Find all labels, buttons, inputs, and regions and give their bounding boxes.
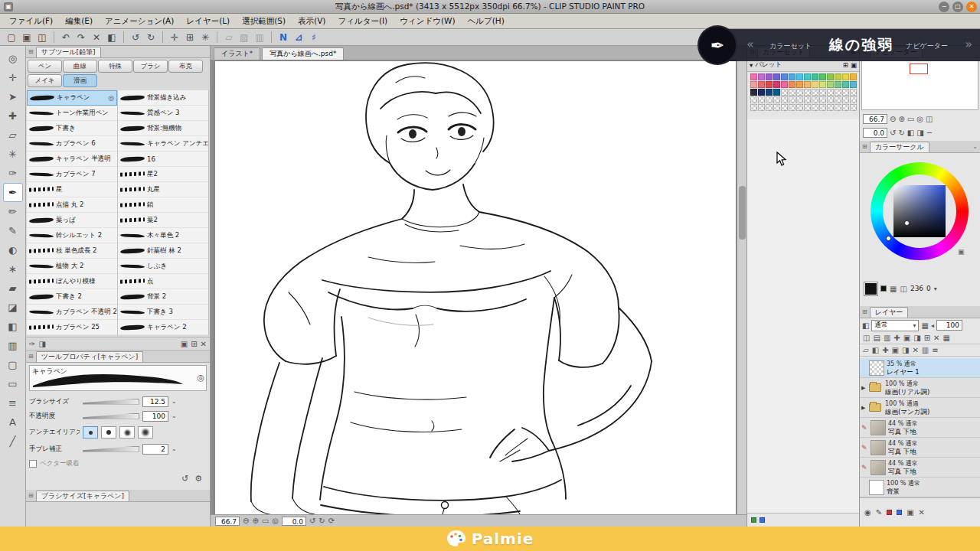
new-layer-icon[interactable]: ▱ xyxy=(863,346,869,354)
brush-item[interactable]: キャラペン 半透明 xyxy=(27,152,117,167)
brush-item[interactable]: 鎖 xyxy=(118,197,208,213)
brush-item[interactable]: カブラペン 25 xyxy=(27,320,117,335)
add-subtool-icon[interactable]: ⊞ xyxy=(191,340,197,348)
pencil-icon[interactable]: ✏ xyxy=(3,202,23,221)
brush-item[interactable]: 点描 丸 2 xyxy=(27,197,117,213)
layer-menu-icon[interactable]: ≡ xyxy=(932,346,938,354)
magnifier-icon[interactable]: ◎ xyxy=(197,373,204,383)
magnifier-icon[interactable]: ◎ xyxy=(108,94,114,102)
zoom-in-icon[interactable]: ⊕ xyxy=(252,517,258,525)
brush-item[interactable]: キャラペン アンチエイリアス xyxy=(118,136,208,152)
canvas-vertical-scrollbar[interactable] xyxy=(737,60,746,514)
open-file-icon[interactable]: ▣ xyxy=(20,31,34,44)
brush-item[interactable]: 下書き 2 xyxy=(27,289,117,305)
lock-pixel-icon[interactable]: ▣ xyxy=(903,334,910,342)
menu-edit[interactable]: 編集(E) xyxy=(59,16,99,27)
color-swatch[interactable] xyxy=(758,104,765,111)
sub-color-swatch[interactable] xyxy=(880,285,887,292)
minimize-button[interactable]: − xyxy=(939,2,949,12)
edit-brush-icon[interactable]: ✑ xyxy=(29,340,35,348)
brush-item[interactable]: 背景描き込み xyxy=(118,90,208,106)
menu-view[interactable]: 表示(V) xyxy=(292,16,332,27)
brush-item[interactable]: 質感ペン 3 xyxy=(118,106,208,121)
subtool-tab-brush[interactable]: ブラシ xyxy=(133,60,168,73)
transfer-layer-icon[interactable]: ▣ xyxy=(892,346,899,354)
brush-item[interactable]: 下書き 3 xyxy=(118,305,208,320)
ruler-icon[interactable]: ≡ xyxy=(3,393,23,412)
operation-icon[interactable]: ➤ xyxy=(3,87,23,106)
layer-row[interactable]: ✎ 44 % 通常写真 下地 xyxy=(860,458,980,478)
color-swatch[interactable] xyxy=(842,89,849,96)
color-swatch[interactable] xyxy=(804,81,811,88)
flip-vertical-icon[interactable]: ◨ xyxy=(916,129,923,137)
color-swatch[interactable] xyxy=(850,89,857,96)
color-swatch[interactable] xyxy=(827,104,834,111)
dropdown-arrow-icon[interactable]: ▾ xyxy=(750,61,753,69)
reset-view-icon[interactable]: ⟳ xyxy=(328,517,335,525)
color-swatch[interactable] xyxy=(758,81,765,88)
add-color-icon[interactable]: ⊞ xyxy=(843,61,848,69)
color-swatch[interactable] xyxy=(789,73,795,80)
reference-layer-icon[interactable]: ▤ xyxy=(873,334,880,342)
layer-color-icon[interactable]: ✕ xyxy=(933,334,939,342)
brush-item[interactable]: キャラペン 2 xyxy=(118,320,208,335)
zoom-value[interactable]: 66.7 xyxy=(215,517,240,526)
rotate-left-icon[interactable]: ↺ xyxy=(129,31,142,44)
color-swatch[interactable] xyxy=(827,73,834,80)
airbrush-icon[interactable]: ◐ xyxy=(3,240,23,259)
wrench-icon[interactable]: ⚙ xyxy=(194,474,202,484)
color-swatch[interactable] xyxy=(750,73,757,80)
fit-screen-icon[interactable]: ▭ xyxy=(907,115,914,123)
brush-item[interactable]: 背景:無機物 xyxy=(118,121,208,136)
text-icon[interactable]: A xyxy=(3,412,23,432)
color-swatch[interactable] xyxy=(819,73,826,80)
menu-selection[interactable]: 選択範囲(S) xyxy=(236,16,292,27)
brush-item[interactable]: 下書き xyxy=(27,121,117,136)
color-swatch[interactable] xyxy=(804,89,811,96)
brush-item[interactable]: 16 xyxy=(118,152,208,167)
folder-expand-icon[interactable]: ▶ xyxy=(861,385,867,391)
stabilize-slider[interactable] xyxy=(83,446,139,452)
color-swatch[interactable] xyxy=(835,73,841,80)
chevron-down-icon[interactable]: ⌄ xyxy=(172,412,177,419)
menu-help[interactable]: ヘルプ(H) xyxy=(462,16,511,27)
color-history-icon[interactable]: ▦ xyxy=(890,285,897,293)
brush-item[interactable]: 針葉樹 林 2 xyxy=(118,243,208,259)
navigator-rotation-value[interactable]: 0.0 xyxy=(863,128,887,138)
color-swatch[interactable] xyxy=(850,81,857,88)
layer-row[interactable]: ✎ 44 % 通常写真 下地 xyxy=(860,418,980,438)
blend-mode-select[interactable]: 通常 ▾ xyxy=(871,320,919,331)
arrow-left-icon[interactable]: ◂ xyxy=(931,322,934,329)
vector-snap-checkbox[interactable] xyxy=(29,460,37,468)
brush-item[interactable]: 植物 大 2 xyxy=(27,259,117,274)
rotate-left-icon[interactable]: ↺ xyxy=(309,517,315,525)
canvas-tab-illustration[interactable]: イラスト* xyxy=(214,47,260,60)
color-swatch[interactable] xyxy=(758,73,765,80)
clip-layer-icon[interactable]: ◫ xyxy=(863,334,870,342)
layer-settings-icon[interactable]: ▣ xyxy=(906,508,913,517)
color-swatch[interactable] xyxy=(835,104,841,111)
rotation-value[interactable]: 0.0 xyxy=(282,517,306,526)
color-swatch[interactable] xyxy=(766,89,773,96)
color-swatch[interactable] xyxy=(766,81,773,88)
stabilize-value[interactable]: 2 xyxy=(142,444,168,455)
reset-rotation-icon[interactable]: − xyxy=(926,129,933,137)
brush-item[interactable]: 背景 2 xyxy=(118,289,208,305)
layer-folder-row[interactable]: ▶ 100 % 通過線画(マンガ調) xyxy=(860,398,980,418)
brush-item[interactable]: 葉っぱ xyxy=(27,213,117,228)
opacity-value[interactable]: 100 xyxy=(142,411,168,422)
color-swatch[interactable] xyxy=(804,96,811,103)
brush-icon[interactable]: ✎ xyxy=(3,221,23,240)
antialias-middle-button[interactable] xyxy=(119,426,135,439)
menu-window[interactable]: ウィンドウ(W) xyxy=(394,16,461,27)
canvas-viewport[interactable] xyxy=(211,60,746,514)
frame-icon[interactable]: ▭ xyxy=(3,374,23,393)
footer-blue-swatch[interactable] xyxy=(760,517,765,523)
zoom-out-icon[interactable]: ⊖ xyxy=(243,517,249,525)
color-swatch[interactable] xyxy=(796,73,803,80)
layer-thumbnail[interactable] xyxy=(869,360,884,376)
snap-icon[interactable]: ✳ xyxy=(198,31,212,44)
main-color-swatch[interactable] xyxy=(864,282,877,295)
brush-item[interactable]: しぶき xyxy=(118,259,208,274)
color-swatch[interactable] xyxy=(804,104,811,111)
